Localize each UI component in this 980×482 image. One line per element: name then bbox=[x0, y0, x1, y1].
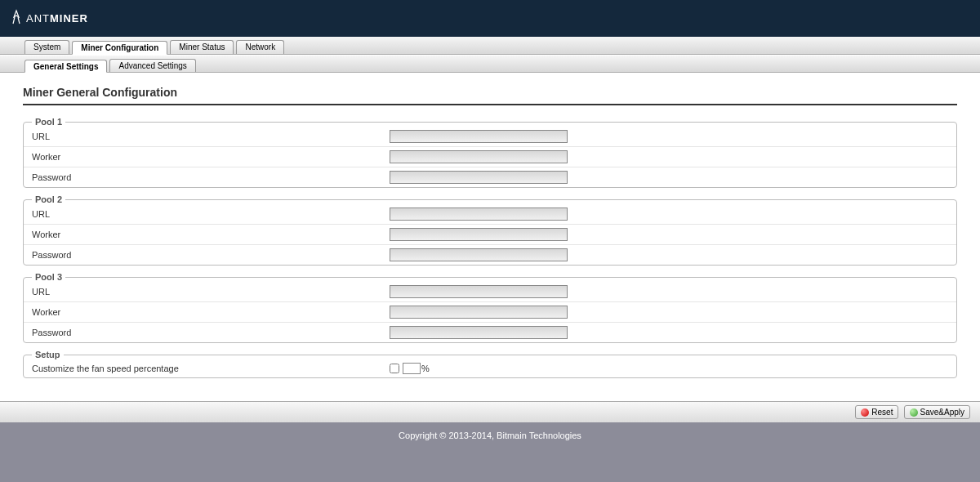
pool-1-worker-label: Worker bbox=[32, 152, 390, 162]
fieldset-pool-3: Pool 3 URL Worker Password bbox=[23, 272, 957, 343]
header: ANTMINER bbox=[0, 0, 980, 37]
pool-3-url-label: URL bbox=[32, 287, 390, 297]
tab-advanced-settings[interactable]: Advanced Settings bbox=[109, 59, 195, 72]
footer: Copyright © 2013-2014, Bitmain Technolog… bbox=[0, 422, 980, 449]
pool-3-url-row: URL bbox=[24, 282, 956, 302]
pool-1-url-row: URL bbox=[24, 127, 956, 147]
pool-2-worker-input[interactable] bbox=[390, 228, 568, 241]
pool-1-password-label: Password bbox=[32, 172, 390, 182]
content-wrapper: System Miner Configuration Miner Status … bbox=[0, 37, 980, 449]
save-apply-button-label: Save&Apply bbox=[920, 408, 964, 417]
fieldset-setup: Setup Customize the fan speed percentage… bbox=[23, 350, 957, 378]
legend-pool-2: Pool 2 bbox=[32, 194, 65, 204]
legend-pool-3: Pool 3 bbox=[32, 272, 65, 282]
pool-2-url-row: URL bbox=[24, 204, 956, 225]
pool-1-worker-input[interactable] bbox=[390, 150, 568, 163]
pool-3-worker-row: Worker bbox=[24, 302, 956, 323]
fan-speed-input[interactable] bbox=[403, 363, 421, 374]
pool-1-url-input[interactable] bbox=[390, 130, 568, 143]
page-title: Miner General Configuration bbox=[23, 83, 957, 105]
pool-2-url-label: URL bbox=[32, 209, 390, 219]
pool-3-password-input[interactable] bbox=[390, 326, 568, 339]
percent-suffix: % bbox=[421, 364, 430, 373]
pool-1-password-input[interactable] bbox=[390, 171, 568, 184]
fan-speed-checkbox[interactable] bbox=[390, 364, 399, 373]
pool-1-url-label: URL bbox=[32, 132, 390, 141]
pool-3-password-row: Password bbox=[24, 323, 956, 342]
pool-1-worker-row: Worker bbox=[24, 147, 956, 167]
pool-2-password-input[interactable] bbox=[390, 248, 568, 261]
tab-miner-status[interactable]: Miner Status bbox=[170, 40, 234, 54]
pool-3-url-input[interactable] bbox=[390, 285, 568, 298]
pool-1-password-row: Password bbox=[24, 167, 956, 187]
page-content: Miner General Configuration Pool 1 URL W… bbox=[0, 73, 980, 401]
antminer-logo-icon bbox=[10, 9, 23, 28]
primary-tab-bar: System Miner Configuration Miner Status … bbox=[0, 37, 980, 55]
button-bar: Reset Save&Apply bbox=[0, 401, 980, 422]
pool-2-worker-row: Worker bbox=[24, 225, 956, 245]
secondary-tab-bar: General Settings Advanced Settings bbox=[0, 55, 980, 73]
pool-2-worker-label: Worker bbox=[32, 230, 390, 239]
reset-button-label: Reset bbox=[871, 408, 893, 417]
tab-general-settings[interactable]: General Settings bbox=[24, 60, 107, 73]
fan-speed-label: Customize the fan speed percentage bbox=[32, 364, 390, 373]
legend-setup: Setup bbox=[32, 350, 64, 359]
tab-system[interactable]: System bbox=[24, 40, 69, 54]
fieldset-pool-2: Pool 2 URL Worker Password bbox=[23, 194, 957, 266]
pool-3-password-label: Password bbox=[32, 328, 390, 337]
tab-miner-configuration[interactable]: Miner Configuration bbox=[72, 41, 167, 55]
save-apply-icon bbox=[910, 408, 918, 417]
tab-network[interactable]: Network bbox=[236, 40, 284, 54]
fieldset-pool-1: Pool 1 URL Worker Password bbox=[23, 117, 957, 188]
reset-icon bbox=[861, 408, 869, 417]
pool-3-worker-label: Worker bbox=[32, 307, 390, 317]
logo: ANTMINER bbox=[10, 9, 88, 28]
reset-button[interactable]: Reset bbox=[855, 405, 898, 419]
logo-text: ANTMINER bbox=[26, 12, 88, 25]
legend-pool-1: Pool 1 bbox=[32, 117, 65, 127]
pool-3-worker-input[interactable] bbox=[390, 306, 568, 319]
pool-2-password-row: Password bbox=[24, 245, 956, 265]
pool-2-url-input[interactable] bbox=[390, 208, 568, 221]
fan-speed-row: Customize the fan speed percentage % bbox=[24, 359, 956, 377]
pool-2-password-label: Password bbox=[32, 250, 390, 260]
save-apply-button[interactable]: Save&Apply bbox=[904, 405, 970, 419]
